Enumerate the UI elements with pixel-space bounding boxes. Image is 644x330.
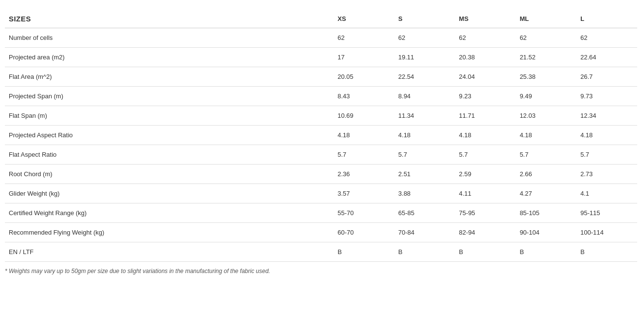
row-value: 90-104 bbox=[516, 223, 576, 242]
row-label: Projected Span (m) bbox=[5, 87, 334, 106]
table-header-row: SIZES XS S MS ML L bbox=[5, 10, 637, 28]
table-row: Root Chord (m)2.362.512.592.662.73 bbox=[5, 165, 637, 184]
row-value: 24.04 bbox=[455, 67, 516, 87]
row-value: 62 bbox=[394, 28, 455, 48]
table-row: Projected area (m2)1719.1120.3821.5222.6… bbox=[5, 48, 637, 67]
table-row: Projected Aspect Ratio4.184.184.184.184.… bbox=[5, 126, 637, 145]
sizes-header-label: SIZES bbox=[5, 10, 334, 28]
row-value: 62 bbox=[334, 28, 394, 48]
row-value: 4.11 bbox=[455, 184, 516, 203]
table-row: Flat Span (m)10.6911.3411.7112.0312.34 bbox=[5, 106, 637, 126]
row-value: 21.52 bbox=[516, 48, 576, 67]
sizes-table: SIZES XS S MS ML L Number of cells626262… bbox=[5, 10, 637, 262]
row-value: 4.18 bbox=[394, 126, 455, 145]
row-label: Flat Span (m) bbox=[5, 106, 334, 126]
row-value: 2.59 bbox=[455, 165, 516, 184]
table-row: Flat Aspect Ratio5.75.75.75.75.7 bbox=[5, 145, 637, 165]
row-value: 4.27 bbox=[516, 184, 576, 203]
row-value: 4.18 bbox=[334, 126, 394, 145]
row-value: 19.11 bbox=[394, 48, 455, 67]
table-row: Recommended Flying Weight (kg)60-7070-84… bbox=[5, 223, 637, 242]
table-row: EN / LTFBBBBB bbox=[5, 242, 637, 262]
row-label: Projected Aspect Ratio bbox=[5, 126, 334, 145]
row-value: 9.49 bbox=[516, 87, 576, 106]
row-value: 4.18 bbox=[516, 126, 576, 145]
row-value: 4.1 bbox=[576, 184, 637, 203]
row-value: B bbox=[334, 242, 394, 262]
table-row: Projected Span (m)8.438.949.239.499.73 bbox=[5, 87, 637, 106]
row-value: 2.66 bbox=[516, 165, 576, 184]
row-value: 62 bbox=[516, 28, 576, 48]
row-value: 12.34 bbox=[576, 106, 637, 126]
footnote: * Weights may vary up to 50gm per size d… bbox=[5, 268, 637, 275]
row-value: 10.69 bbox=[334, 106, 394, 126]
row-value: 75-95 bbox=[455, 203, 516, 223]
row-value: 26.7 bbox=[576, 67, 637, 87]
row-value: 60-70 bbox=[334, 223, 394, 242]
table-row: Glider Weight (kg)3.573.884.114.274.1 bbox=[5, 184, 637, 203]
row-value: B bbox=[516, 242, 576, 262]
row-value: 4.18 bbox=[576, 126, 637, 145]
row-value: 25.38 bbox=[516, 67, 576, 87]
row-value: 82-94 bbox=[455, 223, 516, 242]
row-value: 5.7 bbox=[394, 145, 455, 165]
row-label: Root Chord (m) bbox=[5, 165, 334, 184]
row-value: 12.03 bbox=[516, 106, 576, 126]
row-value: 9.23 bbox=[455, 87, 516, 106]
row-value: 8.94 bbox=[394, 87, 455, 106]
row-label: EN / LTF bbox=[5, 242, 334, 262]
row-value: 62 bbox=[576, 28, 637, 48]
row-value: 3.57 bbox=[334, 184, 394, 203]
row-label: Number of cells bbox=[5, 28, 334, 48]
row-label: Flat Area (m^2) bbox=[5, 67, 334, 87]
row-label: Glider Weight (kg) bbox=[5, 184, 334, 203]
row-value: 62 bbox=[455, 28, 516, 48]
row-label: Projected area (m2) bbox=[5, 48, 334, 67]
row-value: B bbox=[394, 242, 455, 262]
size-header-ms: MS bbox=[455, 10, 516, 28]
row-value: 100-114 bbox=[576, 223, 637, 242]
row-value: 95-115 bbox=[576, 203, 637, 223]
row-value: 85-105 bbox=[516, 203, 576, 223]
size-header-s: S bbox=[394, 10, 455, 28]
table-row: Flat Area (m^2)20.0522.5424.0425.3826.7 bbox=[5, 67, 637, 87]
row-value: 8.43 bbox=[334, 87, 394, 106]
row-value: 20.05 bbox=[334, 67, 394, 87]
size-header-l: L bbox=[576, 10, 637, 28]
row-value: 5.7 bbox=[334, 145, 394, 165]
row-value: 2.73 bbox=[576, 165, 637, 184]
row-value: 4.18 bbox=[455, 126, 516, 145]
row-value: 2.51 bbox=[394, 165, 455, 184]
row-value: 5.7 bbox=[576, 145, 637, 165]
row-label: Flat Aspect Ratio bbox=[5, 145, 334, 165]
row-value: 22.54 bbox=[394, 67, 455, 87]
row-value: 11.71 bbox=[455, 106, 516, 126]
table-row: Certified Weight Range (kg)55-7065-8575-… bbox=[5, 203, 637, 223]
row-value: 5.7 bbox=[516, 145, 576, 165]
row-value: 20.38 bbox=[455, 48, 516, 67]
row-label: Certified Weight Range (kg) bbox=[5, 203, 334, 223]
row-value: 2.36 bbox=[334, 165, 394, 184]
row-value: 11.34 bbox=[394, 106, 455, 126]
row-value: 65-85 bbox=[394, 203, 455, 223]
row-value: 3.88 bbox=[394, 184, 455, 203]
sizes-table-container: SIZES XS S MS ML L Number of cells626262… bbox=[5, 10, 637, 275]
row-value: B bbox=[576, 242, 637, 262]
row-value: 22.64 bbox=[576, 48, 637, 67]
row-value: 9.73 bbox=[576, 87, 637, 106]
table-row: Number of cells6262626262 bbox=[5, 28, 637, 48]
row-label: Recommended Flying Weight (kg) bbox=[5, 223, 334, 242]
row-value: 17 bbox=[334, 48, 394, 67]
row-value: 70-84 bbox=[394, 223, 455, 242]
row-value: 5.7 bbox=[455, 145, 516, 165]
size-header-ml: ML bbox=[516, 10, 576, 28]
row-value: 55-70 bbox=[334, 203, 394, 223]
size-header-xs: XS bbox=[334, 10, 394, 28]
row-value: B bbox=[455, 242, 516, 262]
